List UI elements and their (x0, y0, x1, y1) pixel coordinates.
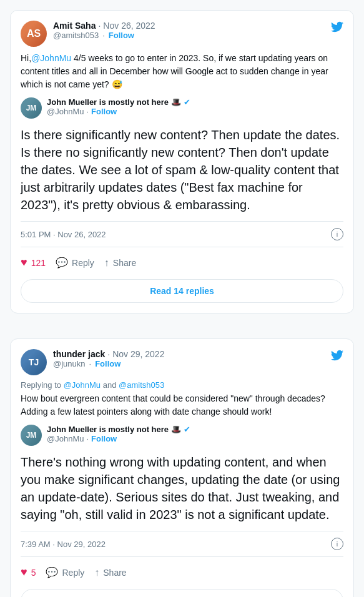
john-follow-button-2[interactable]: Follow (91, 434, 117, 443)
hat-icon-2: 🎩 (171, 425, 181, 434)
mention-johnmu[interactable]: @JohnMu (31, 53, 71, 63)
john-follow-button-1[interactable]: Follow (91, 107, 117, 116)
follow-sep-1: · (102, 31, 105, 40)
tweet1-info-icon[interactable]: i (331, 228, 343, 240)
tweet2-share-label: Share (103, 568, 126, 578)
john-name-row-1: John Mueller is mostly not here 🎩 ✔ (47, 97, 343, 107)
john-display-name-2: John Mueller is mostly not here (47, 425, 169, 434)
tweet2-read-more-button[interactable]: Read more on Twitter (21, 589, 343, 597)
tweet1-read-replies-button[interactable]: Read 14 replies (21, 279, 343, 303)
reply-icon-1: 💬 (56, 257, 68, 269)
dot-sep-2: · (107, 349, 110, 359)
john-avatar-small-2: JM (21, 425, 42, 446)
tweet1-timestamp: 5:01 PM · Nov 26, 2022 (21, 230, 106, 239)
tweet2-replying-to: Replying to @JohnMu and @amitsh053 (21, 380, 343, 390)
amit-name-row: Amit Saha · Nov 26, 2022 (53, 21, 325, 31)
tweet-divider (0, 323, 364, 328)
john-name-row-2: John Mueller is mostly not here 🎩 ✔ (47, 425, 343, 434)
john-handle-2: @JohnMu (47, 434, 84, 443)
dot-sep-1: · (98, 21, 101, 31)
tweet2-likes-count: 5 (31, 568, 36, 578)
mention-amitsh053[interactable]: @amitsh053 (119, 380, 164, 390)
john-nested-info-1: John Mueller is mostly not here 🎩 ✔ @Joh… (47, 97, 343, 116)
thunder-header-info: thunder jack · Nov 29, 2022 @junukn · Fo… (53, 349, 325, 368)
thunder-timestamp: Nov 29, 2022 (112, 349, 164, 359)
hat-icon-1: 🎩 (171, 97, 181, 107)
amit-tweet-body: Hi,@JohnMu 4/5 weeks to go to enter in 2… (21, 52, 343, 91)
share-icon-2: ↑ (94, 567, 99, 578)
follow-sep-4: · (86, 434, 89, 443)
tweet2-timestamp: 7:39 AM · Nov 29, 2022 (21, 540, 106, 549)
thunder-name-row: thunder jack · Nov 29, 2022 (53, 349, 325, 359)
thunder-display-name: thunder jack (53, 349, 105, 359)
twitter-icon-2 (331, 349, 343, 365)
tweet1-share-button[interactable]: ↑ Share (104, 257, 136, 269)
share-icon-1: ↑ (104, 257, 109, 269)
john-handle-row-1: @JohnMu · Follow (47, 107, 343, 116)
tweet1-reply-button[interactable]: 💬 Reply (56, 257, 94, 269)
thunder-tweet-body: How bout evergreen content that could be… (21, 392, 343, 418)
tweet2-share-button[interactable]: ↑ Share (94, 567, 126, 578)
tweet2-reply-label: Reply (62, 568, 84, 578)
tweet1-likes-count: 121 (31, 258, 46, 268)
amit-timestamp: Nov 26, 2022 (103, 21, 155, 31)
john-nested-info-2: John Mueller is mostly not here 🎩 ✔ @Joh… (47, 425, 343, 443)
heart-icon-2: ♥ (21, 566, 27, 579)
tweet2-header: TJ thunder jack · Nov 29, 2022 @junukn ·… (21, 349, 343, 375)
john-handle-row-2: @JohnMu · Follow (47, 434, 343, 443)
tweet1-share-label: Share (113, 258, 136, 268)
tweet2-main-text: There's nothing wrong with updating cont… (21, 453, 343, 523)
verified-icon-1: ✔ (184, 97, 190, 107)
follow-sep-2: · (86, 107, 89, 116)
john-handle-1: @JohnMu (47, 107, 84, 116)
nested-tweet-1: JM John Mueller is mostly not here 🎩 ✔ @… (21, 97, 343, 119)
tweet2-reply-button[interactable]: 💬 Reply (46, 566, 84, 578)
tweet2-like-button[interactable]: ♥ 5 (21, 566, 36, 579)
follow-sep-3: · (89, 359, 92, 368)
tweet1-reply-label: Reply (72, 258, 94, 268)
tweet1-main-text: Is there significantly new content? Then… (21, 126, 343, 214)
tweet2-meta-row: 7:39 AM · Nov 29, 2022 i (21, 531, 343, 557)
heart-icon-1: ♥ (21, 256, 27, 269)
thunder-handle-row: @junukn · Follow (53, 359, 325, 368)
tweet-card-2: TJ thunder jack · Nov 29, 2022 @junukn ·… (10, 338, 354, 597)
tweet2-info-icon[interactable]: i (331, 538, 343, 550)
john-display-name-1: John Mueller is mostly not here (47, 97, 169, 107)
thunder-follow-button[interactable]: Follow (95, 359, 121, 368)
nested-tweet-2: JM John Mueller is mostly not here 🎩 ✔ @… (21, 425, 343, 446)
tweet-card-1: AS Amit Saha · Nov 26, 2022 @amitsh053 ·… (10, 10, 354, 313)
mention-johnmu-2[interactable]: @JohnMu (64, 380, 101, 390)
amit-avatar: AS (21, 21, 47, 47)
amit-handle-row: @amitsh053 · Follow (53, 31, 325, 40)
tweet1-meta-row: 5:01 PM · Nov 26, 2022 i (21, 221, 343, 247)
thunder-handle: @junukn (53, 359, 86, 368)
john-avatar-small-1: JM (21, 97, 42, 119)
amit-follow-button[interactable]: Follow (109, 31, 134, 40)
thunder-avatar: TJ (21, 349, 47, 375)
tweet2-action-row: ♥ 5 💬 Reply ↑ Share (21, 562, 343, 583)
amit-display-name: Amit Saha (53, 21, 96, 31)
twitter-icon-1 (331, 21, 343, 36)
tweet1-header: AS Amit Saha · Nov 26, 2022 @amitsh053 ·… (21, 21, 343, 47)
reply-icon-2: 💬 (46, 566, 58, 578)
amit-header-info: Amit Saha · Nov 26, 2022 @amitsh053 · Fo… (53, 21, 325, 40)
tweet1-action-row: ♥ 121 💬 Reply ↑ Share (21, 252, 343, 273)
verified-icon-2: ✔ (184, 425, 190, 434)
tweet1-like-button[interactable]: ♥ 121 (21, 256, 46, 269)
amit-handle: @amitsh053 (53, 31, 99, 40)
